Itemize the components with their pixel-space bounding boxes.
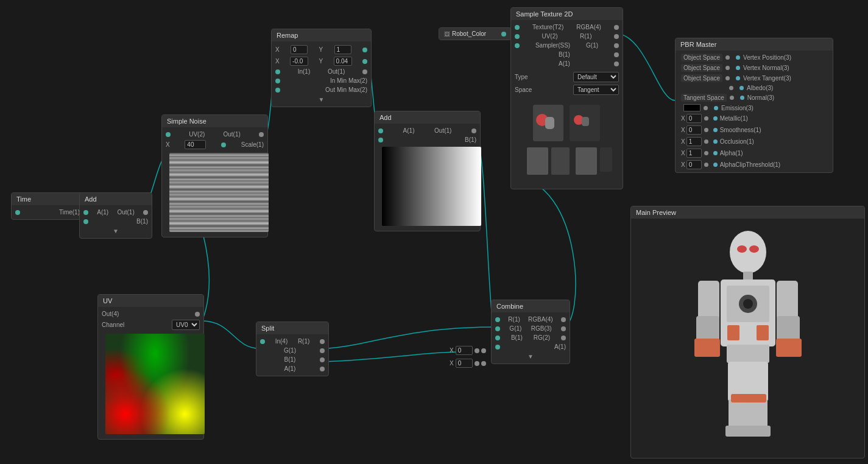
pbr-occlusion-input[interactable] [686,137,702,146]
pbr-normal-space: Tangent Space [681,94,727,102]
combine-x2-port2[interactable] [481,361,486,366]
pbr-albedo-port-out[interactable] [739,86,744,90]
add2-out-port[interactable] [471,128,476,133]
combine-rgb-label: RGB(3) [531,325,552,332]
pbr-alphaclip-port-in[interactable] [704,163,708,167]
remap-y1-input[interactable] [334,45,351,54]
pbr-occlusion-port-out[interactable] [713,139,718,144]
combine-rgba-label: RGBA(4) [528,316,553,323]
remap-y2-input[interactable] [334,57,352,66]
uv-channel-select[interactable]: UV0 [172,320,200,330]
combine-expand[interactable]: ▼ [528,353,534,360]
pbr-metallic-label: Metallic(1) [720,115,827,122]
pbr-smooth-port-out[interactable] [713,128,718,132]
combine-rgba-port[interactable] [561,317,566,322]
svg-rect-13 [582,117,589,126]
svg-rect-9 [551,147,570,175]
split-a-port[interactable] [320,367,325,371]
combine-rgb-port[interactable] [561,326,566,331]
remap-inminmax-port[interactable] [362,47,367,52]
tex-r-port[interactable] [614,34,619,39]
remap-x2-input[interactable] [290,57,308,66]
pbr-vpos-port-in[interactable] [725,55,730,60]
pbr-smooth-input[interactable] [686,125,702,135]
pbr-vnorm-port-out[interactable] [736,66,740,70]
remap-in-port[interactable] [275,69,280,74]
pbr-emission-port-in[interactable] [704,106,708,110]
svg-rect-36 [741,426,771,437]
remap-inminmax2-port[interactable] [275,79,280,83]
pbr-alpha-input[interactable] [686,149,702,158]
pbr-vtang-port-in[interactable] [725,76,730,80]
split-r-label: R(1) [298,338,309,345]
split-in-port[interactable] [260,339,265,344]
remap-outminmax2-port[interactable] [275,88,280,93]
pbr-occlusion-port-in[interactable] [704,139,708,144]
add1-a-port[interactable] [83,210,88,215]
combine-rg-port[interactable] [561,336,566,340]
tex-sampler-port[interactable] [515,43,520,48]
add2-b-port[interactable] [378,138,383,142]
tex-texture-port[interactable] [515,25,520,30]
pbr-alphaclip-input[interactable] [686,160,702,169]
combine-x1-port[interactable] [475,348,479,353]
combine-g-port[interactable] [495,326,500,331]
remap-expand[interactable]: ▼ [319,96,325,103]
uv-out-port[interactable] [195,312,200,317]
add1-expand[interactable]: ▼ [113,228,119,234]
pbr-albedo-port-in[interactable] [729,86,733,90]
tex-a-port[interactable] [614,62,619,66]
pbr-alphaclip-port-out[interactable] [713,163,718,167]
combine-b-port[interactable] [495,336,500,340]
tex-rgba-port[interactable] [614,25,619,30]
remap-out-port[interactable] [362,69,367,74]
add-node-1-title: Add [85,195,97,203]
svg-rect-29 [776,339,802,357]
time-out-port[interactable] [15,210,20,215]
pbr-vnorm-port-in[interactable] [725,66,730,70]
tex-space-select[interactable]: Tangent [573,85,619,95]
remap-inminmax2-label: In Min Max(2) [330,77,367,84]
combine-x2-port[interactable] [475,361,479,366]
combine-r-port[interactable] [495,317,500,322]
noise-uv-label: UV(2) [189,131,205,138]
pbr-alpha-port-in[interactable] [704,151,708,155]
noise-out-port[interactable] [259,132,264,137]
pbr-metallic-port-in[interactable] [704,116,708,121]
split-g-port[interactable] [320,348,325,353]
noise-scale-port[interactable] [221,142,226,147]
uv-channel-label: Channel [102,322,124,328]
tex-type-select[interactable]: Default [573,72,619,82]
pbr-emission-port-out[interactable] [714,106,718,110]
pbr-smooth-port-in[interactable] [704,128,708,132]
tex-uv-port[interactable] [515,34,520,39]
sample-texture-title: Sample Texture 2D [516,10,573,18]
pbr-emission-swatch[interactable] [683,104,700,111]
pbr-metallic-input[interactable] [686,114,702,123]
add-node-2: Add A(1) Out(1) B(1) [374,111,481,231]
tex-b-port[interactable] [614,52,619,57]
noise-scale-input[interactable]: 40 [185,140,206,149]
combine-a-port[interactable] [495,345,500,350]
split-r-port[interactable] [320,339,325,344]
remap-x1-input[interactable] [291,45,308,54]
add2-a-port[interactable] [378,128,383,133]
split-b-port[interactable] [320,357,325,362]
add1-out-port[interactable] [143,210,148,215]
combine-x1-port2[interactable] [481,348,486,353]
remap-outminmax-port[interactable] [362,59,367,64]
robot-color-out-port[interactable] [501,32,506,37]
tex-g-port[interactable] [614,43,619,48]
pbr-occlusion-label: Occlusion(1) [720,138,827,145]
combine-x2-input[interactable] [456,359,473,368]
add1-b-port[interactable] [83,219,88,224]
combine-x1-input[interactable] [456,346,473,355]
pbr-metallic-port-out[interactable] [713,116,718,121]
pbr-alpha-port-out[interactable] [713,151,718,155]
pbr-normal-port-in[interactable] [730,96,734,100]
pbr-vtang-port-out[interactable] [736,76,740,80]
noise-uv-port[interactable] [166,132,171,137]
combine-r-label: R(1) [508,316,520,323]
pbr-vpos-port-out[interactable] [736,55,740,60]
pbr-normal-port-out[interactable] [740,96,744,100]
